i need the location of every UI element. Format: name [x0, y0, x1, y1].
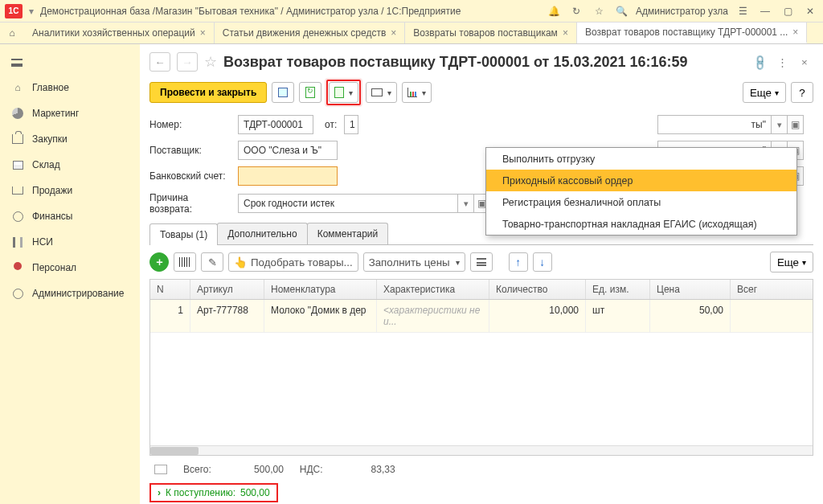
col-unit[interactable]: Ед. изм. — [586, 280, 650, 299]
col-total[interactable]: Всег — [731, 280, 813, 299]
menu-item-cashless[interactable]: Регистрация безналичной оплаты — [486, 191, 796, 213]
favorite-star-icon[interactable]: ☆ — [204, 53, 217, 71]
list-icon — [477, 258, 486, 266]
bell-icon[interactable]: 🔔 — [546, 3, 562, 19]
print-button[interactable] — [366, 82, 397, 103]
table-row[interactable]: 1 Арт-777788 Молоко "Домик в дер <характ… — [150, 300, 813, 333]
sidebar-item-personal[interactable]: Персонал — [0, 255, 140, 281]
cell-unit: шт — [586, 300, 650, 332]
gear-icon — [11, 287, 24, 300]
menu-item-cash-order[interactable]: Приходный кассовый ордер — [486, 170, 796, 191]
edit-button[interactable]: ✎ — [201, 252, 223, 272]
date-field[interactable]: 1 — [344, 115, 358, 134]
sidebar-toggle[interactable] — [0, 51, 140, 75]
supplier-field[interactable]: ООО "Слеза и Ъ" — [238, 141, 338, 160]
nav-back-button[interactable]: ← — [149, 52, 170, 72]
tab-2[interactable]: Возвраты товаров поставщикам× — [405, 23, 577, 43]
close-icon[interactable]: × — [391, 27, 396, 39]
maximize-icon[interactable]: ▢ — [780, 3, 796, 19]
print-icon — [371, 88, 383, 96]
close-icon[interactable]: × — [200, 27, 206, 39]
goods-more-button[interactable]: Еще▾ — [770, 252, 813, 272]
list-button[interactable] — [470, 252, 493, 272]
fill-prices-button[interactable]: Заполнить цены — [363, 252, 465, 272]
more-button[interactable]: Еще▾ — [743, 82, 786, 103]
pie-icon — [11, 107, 24, 120]
cell-char: <характеристики не и... — [377, 300, 489, 332]
col-price[interactable]: Цена — [650, 280, 731, 299]
menu-item-ttn-egais[interactable]: Товарно-транспортная накладная ЕГАИС (ис… — [486, 213, 796, 235]
help-button[interactable]: ? — [791, 82, 813, 103]
sidebar-item-admin[interactable]: Администрирование — [0, 281, 140, 306]
cell-name: Молоко "Домик в дер — [264, 300, 377, 332]
number-field[interactable]: ТДРТ-000001 — [238, 115, 313, 134]
create-based-on-button[interactable] — [329, 82, 358, 103]
grid-empty-area — [150, 333, 813, 445]
reason-field[interactable]: Срок годности истек — [238, 194, 458, 213]
grid-header: N Артикул Номенклатура Характеристика Ко… — [150, 280, 813, 300]
sidebar-item-purchasing[interactable]: Закупки — [0, 126, 140, 152]
add-row-button[interactable]: ＋ — [149, 252, 169, 272]
close-doc-icon[interactable]: × — [796, 53, 813, 71]
goods-grid: N Артикул Номенклатура Характеристика Ко… — [149, 279, 813, 456]
dropdown-icon[interactable]: ▾ — [772, 115, 788, 134]
barcode-button[interactable] — [174, 252, 196, 272]
tab-1[interactable]: Статьи движения денежных средств× — [215, 23, 406, 43]
link-icon[interactable]: 🔗 — [751, 53, 768, 71]
cart-icon — [11, 133, 24, 145]
vat-label: НДС: — [300, 464, 323, 475]
settings-lines-icon[interactable]: ☰ — [735, 3, 751, 19]
sidebar-item-stock[interactable]: Склад — [0, 152, 140, 178]
sidebar-item-sales[interactable]: Продажи — [0, 178, 140, 203]
tab-comment[interactable]: Комментарий — [307, 223, 389, 244]
totals-bar: Всего: 500,00 НДС: 83,33 — [149, 456, 813, 480]
number-label: Номер: — [149, 119, 231, 130]
search-icon[interactable]: 🔍 — [613, 3, 629, 19]
tab-extra[interactable]: Дополнительно — [217, 223, 307, 244]
org-field[interactable]: ты" — [657, 115, 772, 134]
col-char[interactable]: Характеристика — [377, 280, 489, 299]
post-button[interactable] — [299, 82, 321, 103]
star-icon[interactable]: ☆ — [591, 3, 607, 19]
move-down-button[interactable]: ↓ — [533, 252, 552, 272]
sidebar-item-nsi[interactable]: НСИ — [0, 229, 140, 255]
tab-goods[interactable]: Товары (1) — [149, 223, 218, 245]
save-button[interactable] — [272, 82, 294, 103]
barcode-icon — [179, 257, 190, 267]
post-close-button[interactable]: Провести и закрыть — [149, 82, 267, 103]
history-back-icon[interactable]: ▾ — [29, 6, 34, 17]
minimize-icon[interactable]: — — [757, 3, 773, 19]
open-icon[interactable]: ▣ — [788, 115, 804, 134]
pick-goods-button[interactable]: 👆Подобрать товары... — [228, 252, 358, 272]
chart-icon — [407, 88, 417, 97]
close-icon[interactable]: × — [792, 27, 798, 38]
create-based-on-menu: Выполнить отгрузку Приходный кассовый ор… — [485, 147, 797, 236]
tab-3[interactable]: Возврат товаров поставщику ТДРТ-000001 .… — [577, 23, 807, 43]
save-icon — [278, 88, 288, 97]
col-name[interactable]: Номенклатура — [264, 280, 377, 299]
dropdown-icon[interactable]: ▾ — [458, 194, 474, 213]
reports-button[interactable] — [402, 82, 432, 103]
bank-field[interactable] — [238, 166, 338, 186]
col-n[interactable]: N — [150, 280, 190, 299]
col-qty[interactable]: Количество — [489, 280, 586, 299]
user-label[interactable]: Администратор узла — [636, 6, 728, 17]
tab-0[interactable]: Аналитики хозяйственных операций× — [24, 23, 215, 43]
move-up-button[interactable]: ↑ — [509, 252, 528, 272]
history-icon[interactable]: ↻ — [568, 3, 584, 19]
nav-fwd-button[interactable]: → — [177, 52, 198, 72]
to-receive-link[interactable]: › К поступлению: 500,00 — [149, 483, 278, 502]
home-tab[interactable]: ⌂ — [0, 23, 24, 43]
menu-item-shipment[interactable]: Выполнить отгрузку — [486, 148, 796, 170]
col-sku[interactable]: Артикул — [190, 280, 264, 299]
sidebar-item-finance[interactable]: Финансы — [0, 203, 140, 229]
sidebar-item-marketing[interactable]: Маркетинг — [0, 100, 140, 126]
close-icon[interactable]: × — [563, 27, 568, 39]
horizontal-scrollbar[interactable] — [150, 445, 813, 455]
goods-toolbar: ＋ ✎ 👆Подобрать товары... Заполнить цены … — [149, 245, 813, 279]
based-on-icon — [334, 87, 344, 98]
bank-label: Банковский счет: — [149, 170, 231, 182]
kebab-icon[interactable]: ⋮ — [773, 53, 791, 71]
close-window-icon[interactable]: ✕ — [802, 3, 818, 19]
sidebar-item-main[interactable]: ⌂Главное — [0, 75, 140, 100]
